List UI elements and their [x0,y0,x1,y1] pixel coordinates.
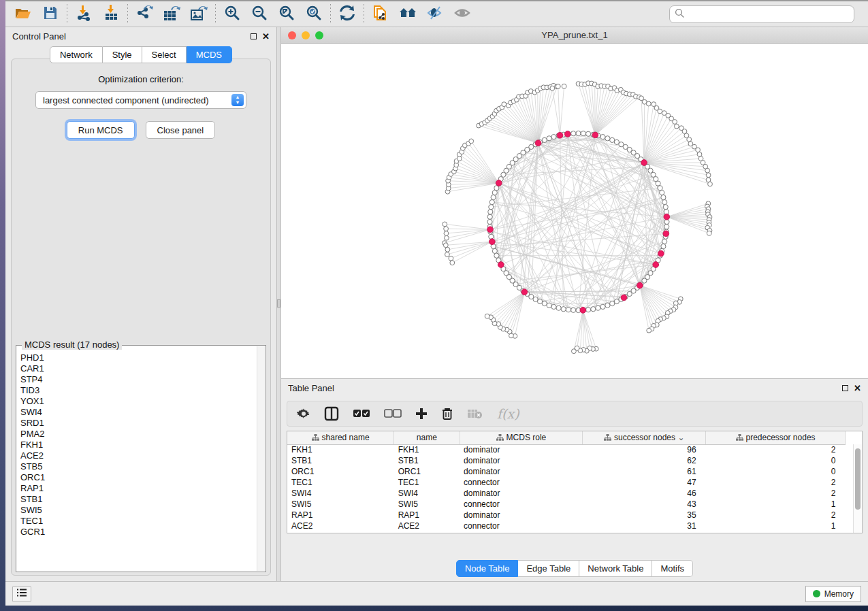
search-icon [675,8,685,20]
export-network-icon [135,5,153,23]
mcds-result-item[interactable]: STB1 [20,494,256,505]
tab-node-table[interactable]: Node Table [456,560,519,577]
optimization-criterion-select[interactable]: largest connected component (undirected)… [35,91,246,109]
mcds-result-item[interactable]: PHD1 [20,352,256,363]
save-session-button[interactable] [37,3,64,26]
houses-icon [398,5,417,22]
result-list-scrollbar[interactable] [257,346,265,571]
table-row[interactable]: SWI5SWI5connector431 [287,499,846,510]
splitter-handle[interactable] [277,299,280,308]
delete-column-icon[interactable] [441,407,453,420]
cell: 31 [583,521,706,531]
cell: FKH1 [394,444,460,455]
hide-selected-button[interactable] [421,3,449,26]
export-image-button[interactable] [185,3,212,26]
cell: FKH1 [287,444,394,455]
table-row[interactable]: FKH1FKH1dominator962 [287,444,846,455]
clone-network-button[interactable] [367,3,394,26]
table-row[interactable]: RAP1RAP1dominator352 [287,510,846,521]
export-network-button[interactable] [131,3,158,26]
close-panel-button[interactable]: Close panel [146,121,216,139]
mcds-result-item[interactable]: STB5 [20,461,256,472]
table-row[interactable]: STB1STB1dominator620 [287,455,846,466]
tab-edge-table[interactable]: Edge Table [518,560,579,577]
refresh-button[interactable] [334,3,361,26]
zoom-in-icon [224,5,240,23]
float-panel-icon[interactable] [251,33,257,39]
cell: ACE2 [394,521,460,531]
table-row[interactable]: TEC1TEC1connector472 [287,477,846,488]
column-header-shared-name[interactable]: shared name [287,431,394,444]
cell: RAP1 [394,510,460,521]
float-panel-icon[interactable] [842,385,848,391]
search-input[interactable] [685,9,849,19]
tab-network[interactable]: Network [50,46,103,63]
table-row[interactable]: SWI4SWI4dominator462 [287,488,846,499]
export-table-button[interactable] [158,3,185,26]
mcds-result-item[interactable]: FKH1 [20,440,256,450]
mcds-result-item[interactable]: SRD1 [20,418,256,429]
tab-network-table[interactable]: Network Table [579,560,652,577]
table-scrollbar[interactable] [853,444,862,533]
table-row[interactable]: YOX1YOX1connector291 [287,531,846,533]
close-panel-icon[interactable]: ✕ [262,32,270,41]
mcds-result-item[interactable]: YOX1 [20,396,256,407]
zoom-in-button[interactable] [219,3,246,26]
tab-style[interactable]: Style [103,46,142,63]
import-network-button[interactable] [70,3,97,26]
memory-label: Memory [824,589,854,599]
search-field[interactable] [669,5,854,23]
mcds-result-item[interactable]: SWI4 [20,407,256,418]
close-panel-icon[interactable]: ✕ [854,384,861,393]
cell: 1 [706,521,846,531]
network-overview-button[interactable] [394,3,421,26]
mcds-result-item[interactable]: ACE2 [20,450,256,461]
vertical-splitter[interactable] [276,27,281,581]
memory-button[interactable]: Memory [805,586,861,602]
column-selector-icon[interactable] [324,406,339,421]
mcds-result-item[interactable]: SWI5 [20,505,256,516]
network-view[interactable] [281,44,868,378]
mcds-result-item[interactable]: STP4 [20,374,256,385]
run-mcds-button[interactable]: Run MCDS [67,121,135,139]
column-header-MCDS-role[interactable]: MCDS role [460,431,583,444]
mcds-result-item[interactable]: TID3 [20,385,256,396]
mcds-result-item[interactable]: CAR1 [20,363,256,374]
zoom-selected-button[interactable] [300,3,327,26]
table-row[interactable]: ORC1ORC1dominator610 [287,466,846,477]
tab-motifs[interactable]: Motifs [652,560,693,577]
task-history-button[interactable] [12,587,31,601]
tab-mcds[interactable]: MCDS [187,46,232,63]
table-panel: Table Panel ✕ [281,378,868,581]
mcds-result-item[interactable]: TEC1 [20,516,256,527]
network-graph[interactable] [281,44,868,378]
open-file-button[interactable] [10,3,37,26]
zoom-fit-button[interactable] [273,3,300,26]
deselect-all-rows-icon[interactable] [384,409,402,418]
mcds-result-item[interactable]: PMA2 [20,429,256,440]
import-table-icon [103,5,119,23]
mcds-result-item[interactable]: RAP1 [20,483,256,494]
toolbar-separator [215,4,216,24]
network-window-titlebar[interactable]: YPA_prune.txt_1 [281,27,868,44]
column-header-successor-nodes[interactable]: successor nodes ⌄ [583,431,706,444]
mcds-result-item[interactable]: GCR1 [20,527,256,538]
zoom-out-button[interactable] [246,3,273,26]
table-row[interactable]: ACE2ACE2connector311 [287,521,846,531]
mcds-result-item[interactable]: ORC1 [20,472,256,483]
toolbar-separator [364,4,364,24]
table-settings-gear-icon[interactable] [297,407,310,420]
tab-select[interactable]: Select [142,46,187,63]
add-column-icon[interactable] [415,408,428,420]
column-header-name[interactable]: name [394,431,460,444]
mcds-result-list[interactable]: PHD1CAR1STP4TID3YOX1SWI4SRD1PMA2FKH1ACE2… [20,352,256,570]
cell: ORC1 [394,466,460,477]
show-all-button[interactable] [449,3,476,26]
column-header-predecessor-nodes[interactable]: predecessor nodes [706,431,846,444]
table-scrollbar-thumb[interactable] [855,448,861,510]
refresh-icon [339,5,355,23]
select-all-rows-icon[interactable] [353,409,370,418]
import-table-button[interactable] [97,3,125,26]
eye-slash-icon [426,5,444,22]
cell: connector [460,477,583,488]
